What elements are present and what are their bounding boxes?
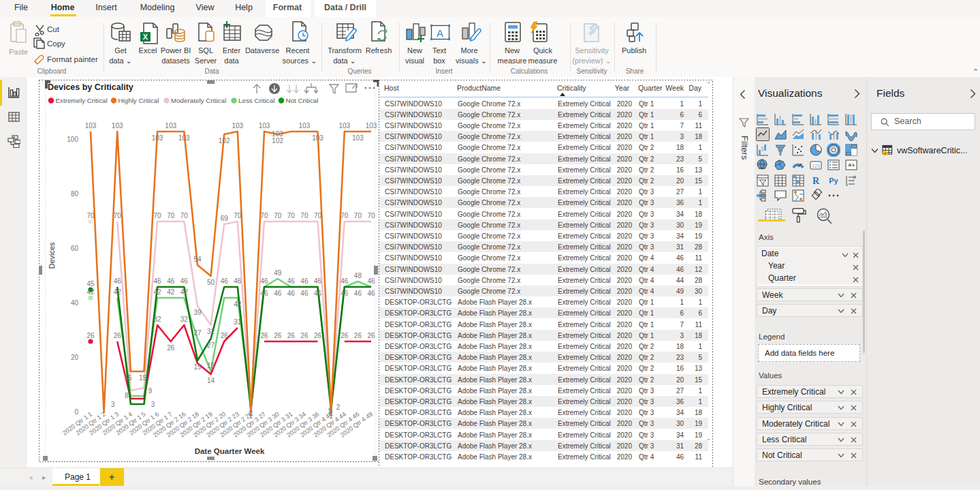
svg-text:Devices: Devices: [48, 242, 56, 269]
svg-text:46: 46: [314, 277, 322, 285]
svg-text:42: 42: [180, 288, 189, 296]
svg-text:9: 9: [148, 387, 153, 395]
svg-text:100: 100: [67, 136, 78, 143]
svg-text:20: 20: [71, 354, 79, 361]
svg-text:Py: Py: [829, 177, 838, 185]
svg-text:70: 70: [314, 212, 322, 219]
svg-text:70: 70: [341, 212, 349, 219]
svg-text:46: 46: [114, 277, 122, 285]
svg-text:46: 46: [314, 290, 322, 297]
svg-text:42: 42: [114, 288, 122, 296]
svg-text:103: 103: [85, 122, 97, 129]
svg-text:70: 70: [367, 212, 375, 219]
svg-text:48: 48: [354, 272, 362, 279]
svg-text:103: 103: [259, 122, 270, 129]
svg-text:32: 32: [154, 316, 162, 323]
svg-text:46: 46: [287, 290, 296, 297]
svg-text:46: 46: [154, 277, 162, 285]
svg-text:32: 32: [180, 316, 189, 323]
svg-text:46: 46: [180, 277, 189, 285]
svg-text:46: 46: [354, 290, 362, 297]
svg-text:46: 46: [367, 290, 375, 297]
svg-text:103: 103: [272, 130, 283, 138]
svg-text:54: 54: [193, 256, 202, 263]
svg-text:46: 46: [341, 277, 349, 285]
svg-text:A: A: [437, 27, 443, 39]
svg-text:Moderately Critical: Moderately Critical: [171, 97, 226, 104]
svg-text:Devices by Criticality: Devices by Criticality: [48, 82, 133, 92]
svg-text:X: X: [143, 33, 148, 41]
svg-text:32: 32: [207, 328, 215, 335]
svg-text:70: 70: [154, 212, 162, 219]
svg-text:8: 8: [125, 392, 129, 399]
svg-text:26: 26: [86, 332, 95, 339]
svg-text:Extremely Critical: Extremely Critical: [56, 97, 108, 104]
svg-text:46: 46: [300, 290, 309, 297]
svg-text:46: 46: [260, 290, 268, 297]
svg-text:50: 50: [207, 279, 215, 286]
svg-text:103: 103: [352, 134, 364, 142]
svg-text:103: 103: [366, 122, 377, 129]
svg-text:26: 26: [287, 332, 296, 339]
svg-text:26: 26: [314, 332, 322, 339]
svg-text:31: 31: [234, 318, 242, 326]
svg-text:70: 70: [274, 212, 282, 219]
svg-text:R: R: [812, 176, 820, 186]
svg-text:42: 42: [167, 288, 175, 296]
svg-text:3: 3: [151, 401, 155, 408]
svg-text:70: 70: [260, 212, 268, 219]
svg-text:46: 46: [234, 277, 242, 285]
svg-text:70: 70: [354, 212, 362, 219]
svg-text:46: 46: [274, 290, 282, 297]
svg-text:Not Critical: Not Critical: [286, 97, 319, 104]
svg-text:123: 123: [812, 164, 820, 168]
svg-text:103: 103: [112, 122, 123, 129]
svg-text:70: 70: [234, 212, 242, 219]
svg-text:15: 15: [207, 362, 215, 369]
svg-text:27: 27: [207, 341, 215, 349]
svg-text:40: 40: [71, 299, 79, 307]
svg-text:103: 103: [338, 122, 350, 129]
svg-text:26: 26: [367, 332, 375, 339]
svg-text:70: 70: [167, 212, 175, 219]
svg-text:Highly Critical: Highly Critical: [118, 97, 159, 104]
svg-text:103: 103: [312, 134, 323, 142]
svg-text:45: 45: [86, 280, 95, 288]
svg-text:0: 0: [74, 408, 78, 416]
svg-text:102: 102: [219, 137, 230, 144]
svg-text:103: 103: [299, 122, 311, 129]
svg-text:70: 70: [180, 212, 189, 219]
svg-text:70: 70: [287, 212, 296, 219]
svg-text:46: 46: [341, 290, 349, 297]
svg-text:42: 42: [234, 301, 242, 308]
svg-text:3: 3: [111, 401, 115, 408]
svg-text:42: 42: [86, 288, 95, 296]
svg-text:15: 15: [139, 374, 147, 382]
svg-text:15: 15: [124, 374, 132, 382]
svg-text:26: 26: [221, 332, 229, 339]
svg-text:2: 2: [336, 403, 341, 411]
svg-text:26: 26: [114, 332, 122, 339]
svg-text:69: 69: [221, 215, 229, 222]
svg-text:70: 70: [300, 212, 309, 219]
svg-text:42: 42: [154, 288, 162, 296]
svg-text:26: 26: [167, 344, 175, 352]
svg-text:102: 102: [272, 137, 283, 144]
svg-text:Date Quarter Week: Date Quarter Week: [195, 447, 265, 455]
svg-text:26: 26: [274, 332, 282, 339]
svg-text:103: 103: [165, 122, 176, 129]
svg-text:60: 60: [71, 245, 79, 252]
svg-text:26: 26: [260, 332, 268, 339]
svg-text:103: 103: [152, 134, 163, 142]
svg-text:39: 39: [193, 309, 202, 316]
svg-text:46: 46: [260, 277, 268, 285]
svg-text:49: 49: [274, 269, 282, 277]
svg-text:27: 27: [193, 329, 202, 337]
svg-text:70: 70: [114, 212, 122, 219]
svg-text:Less Critical: Less Critical: [238, 97, 274, 104]
svg-text:103: 103: [178, 134, 190, 142]
svg-text:26: 26: [354, 332, 362, 339]
svg-text:46: 46: [287, 277, 296, 285]
svg-text:103: 103: [232, 122, 243, 129]
svg-text:26: 26: [300, 332, 309, 339]
